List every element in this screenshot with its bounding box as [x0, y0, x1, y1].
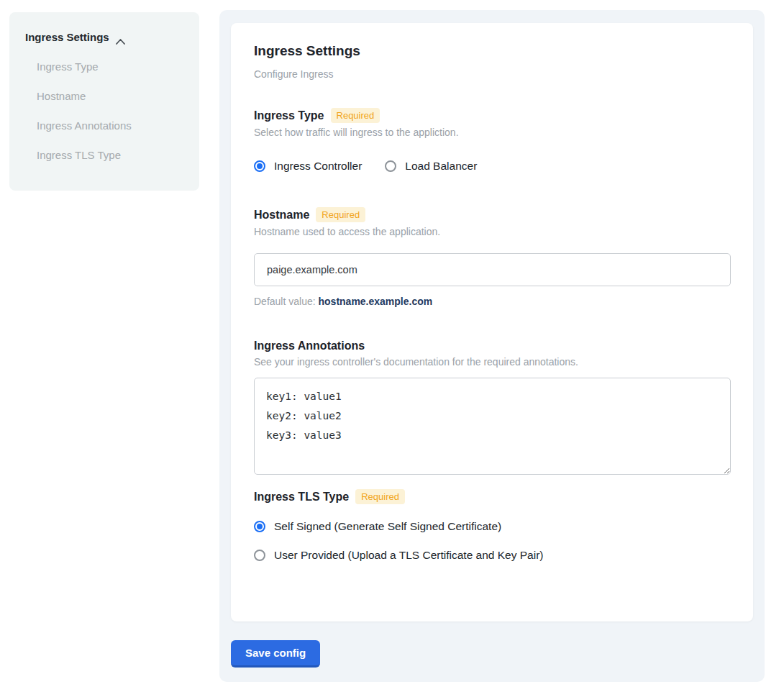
required-badge: Required: [355, 489, 405, 504]
radio-option-user-provided[interactable]: User Provided (Upload a TLS Certificate …: [254, 549, 730, 562]
hostname-label: Hostname: [254, 209, 309, 222]
ingress-type-radio-group: Ingress Controller Load Balancer: [254, 160, 730, 173]
required-badge: Required: [316, 207, 365, 222]
radio-unselected-icon[interactable]: [254, 550, 265, 561]
tls-type-section-header: Ingress TLS Type Required: [254, 489, 730, 504]
default-value-label: Default value:: [254, 296, 316, 307]
ingress-type-label: Ingress Type: [254, 109, 324, 122]
save-config-button[interactable]: Save config: [231, 640, 320, 668]
sidebar-section-toggle[interactable]: Ingress Settings: [25, 31, 188, 43]
radio-label-ingress-controller: Ingress Controller: [274, 160, 362, 173]
hostname-section-header: Hostname Required: [254, 207, 730, 222]
radio-selected-icon[interactable]: [254, 160, 265, 172]
radio-label-self-signed: Self Signed (Generate Self Signed Certif…: [274, 520, 501, 533]
ingress-type-description: Select how traffic will ingress to the a…: [254, 127, 730, 138]
settings-panel: Ingress Settings Configure Ingress Ingre…: [219, 10, 765, 682]
settings-sidebar: Ingress Settings Ingress Type Hostname I…: [9, 12, 199, 191]
ingress-settings-card: Ingress Settings Configure Ingress Ingre…: [231, 23, 753, 621]
sidebar-item-ingress-type[interactable]: Ingress Type: [37, 60, 188, 73]
annotations-description: See your ingress controller's documentat…: [254, 356, 730, 368]
sidebar-item-ingress-tls-type[interactable]: Ingress TLS Type: [37, 149, 188, 161]
annotations-label: Ingress Annotations: [254, 340, 365, 352]
radio-label-load-balancer: Load Balancer: [405, 160, 477, 173]
sidebar-section-title: Ingress Settings: [25, 31, 109, 43]
sidebar-item-hostname[interactable]: Hostname: [37, 90, 188, 102]
radio-option-self-signed[interactable]: Self Signed (Generate Self Signed Certif…: [254, 520, 730, 533]
hostname-description: Hostname used to access the application.: [254, 226, 730, 237]
hostname-default-line: Default value: hostname.example.com: [254, 296, 730, 307]
sidebar-item-ingress-annotations[interactable]: Ingress Annotations: [37, 119, 188, 132]
radio-label-user-provided: User Provided (Upload a TLS Certificate …: [274, 549, 543, 562]
default-value-text: hostname.example.com: [319, 296, 433, 307]
chevron-up-icon: [116, 35, 125, 40]
radio-selected-icon[interactable]: [254, 521, 265, 532]
radio-option-ingress-controller[interactable]: Ingress Controller: [254, 160, 362, 173]
page-title: Ingress Settings: [254, 43, 730, 59]
tls-type-label: Ingress TLS Type: [254, 491, 349, 504]
radio-unselected-icon[interactable]: [385, 160, 396, 172]
required-badge: Required: [331, 108, 380, 123]
ingress-type-section-header: Ingress Type Required: [254, 108, 730, 123]
hostname-input[interactable]: [254, 253, 731, 286]
annotations-textarea[interactable]: key1: value1 key2: value2 key3: value3: [254, 378, 731, 475]
radio-option-load-balancer[interactable]: Load Balancer: [385, 160, 477, 173]
annotations-section-header: Ingress Annotations: [254, 340, 730, 352]
page-subtitle: Configure Ingress: [254, 68, 730, 80]
